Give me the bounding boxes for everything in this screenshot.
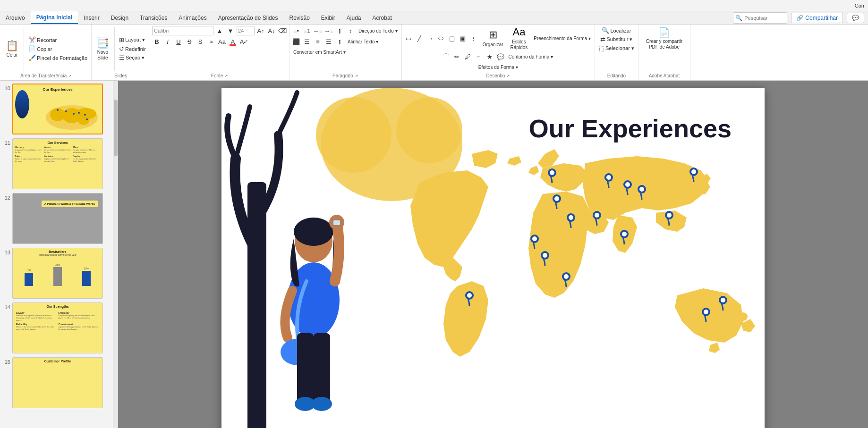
arc-btn[interactable]: ⌢: [474, 52, 484, 61]
decrease-font-btn[interactable]: A↓: [267, 26, 276, 35]
italic-button[interactable]: I: [163, 37, 172, 46]
svg-point-36: [554, 196, 559, 201]
font-name-input[interactable]: [152, 26, 213, 35]
font-color-btn[interactable]: A: [228, 37, 238, 46]
rect2-btn[interactable]: ▢: [447, 34, 457, 43]
font-size-input[interactable]: [237, 26, 255, 35]
bold-button[interactable]: B: [152, 37, 162, 46]
group-body-desenho: ▭ ╱ → ⬭ ▢ ▣ ⫶ ⊞ Organizar Aa EstilosRápi…: [404, 26, 593, 72]
svg-point-5: [57, 109, 59, 111]
reset-label: Redefinir: [125, 46, 146, 52]
underline-button[interactable]: U: [174, 37, 183, 46]
font-name-row: ▲ ▼ A↑ A↓ ⌫: [152, 26, 287, 35]
star-btn[interactable]: ★: [485, 52, 494, 61]
adobe-pdf-button[interactable]: 📄 Crear y compartirPDF de Adobe: [643, 26, 685, 50]
tab-design[interactable]: Design: [105, 11, 134, 24]
tab-inserir[interactable]: Inserir: [78, 11, 105, 24]
thumb14-grid: LoyaltySaturn is a gas planet joined by …: [15, 310, 101, 332]
cut-button[interactable]: ✂️ Recortar: [26, 35, 89, 44]
slide-panel-scrollbar[interactable]: [113, 81, 118, 428]
rnd-rect-btn[interactable]: ▣: [458, 34, 468, 43]
section-button[interactable]: ☰ Seção ▾: [117, 53, 148, 62]
decrease-indent-btn[interactable]: ←≡: [313, 26, 323, 35]
pencil-btn[interactable]: 🖊: [463, 52, 473, 61]
paste-button[interactable]: 📋 Colar: [3, 37, 21, 61]
copy-button[interactable]: 📄 Copiar: [26, 44, 89, 53]
outline-btn[interactable]: Contorno da Forma ▾: [507, 52, 555, 61]
slide-thumb-10[interactable]: 10 Our Experiences: [2, 83, 111, 135]
line-btn[interactable]: ╱: [415, 34, 424, 43]
more-shapes-btn[interactable]: ⫶: [469, 34, 478, 43]
increase-font-btn[interactable]: A↑: [256, 26, 265, 35]
slide-thumb-12[interactable]: 12 A Picture Is Worth a Thousand Words: [2, 192, 111, 245]
slide-thumb-15[interactable]: 15 Customer Profile: [2, 356, 111, 409]
ellipse-btn[interactable]: ⬭: [436, 34, 446, 43]
slide-thumb-13[interactable]: 13 Bestsellers Most downloaded activitie…: [2, 247, 111, 300]
col2-btn[interactable]: ⫿: [335, 37, 344, 46]
align-center-btn[interactable]: ☰: [302, 37, 312, 46]
comment-button[interactable]: 💬: [847, 13, 864, 23]
group-label-desenho: Desenho ↗: [404, 72, 593, 80]
select-button[interactable]: ⬚ Selecionar ▾: [597, 44, 636, 53]
group-editando: 🔍 Localizar ⇄ Substituir ▾ ⬚ Selecionar …: [595, 25, 638, 80]
slide-thumb-11[interactable]: 11 Our Services MercuryVenus is the seco…: [2, 137, 111, 190]
arrow-btn[interactable]: →: [425, 34, 435, 43]
svg-point-7: [73, 113, 75, 115]
svg-point-52: [704, 310, 708, 314]
case-button[interactable]: Aa: [217, 37, 227, 46]
layout-button[interactable]: ⊞ Layout ▾: [117, 35, 148, 44]
freeform-btn[interactable]: ✏: [452, 52, 462, 61]
tab-apresentacao[interactable]: Apresentação de Slides: [213, 11, 284, 24]
shadow-button[interactable]: S: [196, 37, 205, 46]
spacing-button[interactable]: ≈: [206, 37, 216, 46]
clear-format-btn[interactable]: ⌫: [278, 26, 287, 35]
smartart-btn[interactable]: Converter em SmartArt ▾: [291, 48, 348, 56]
numbering-btn[interactable]: ≡1: [302, 26, 312, 35]
arrange-btn[interactable]: ⊞ Organizar: [480, 26, 506, 50]
rect-btn[interactable]: ▭: [404, 34, 413, 43]
line-spacing-btn[interactable]: ↕: [346, 26, 355, 35]
fill-btn[interactable]: Preenchimento da Forma ▾: [532, 34, 593, 42]
align-left-btn[interactable]: ⬛: [291, 37, 301, 46]
align-right-btn[interactable]: ≡: [313, 37, 323, 46]
tab-transicoes[interactable]: Transições: [134, 11, 173, 24]
copy-icon: 📄: [28, 45, 36, 52]
styles-btn[interactable]: Aa EstilosRápidos: [508, 26, 531, 50]
tab-arquivo[interactable]: Arquivo: [0, 11, 31, 24]
find-icon: 🔍: [602, 27, 609, 34]
format-painter-button[interactable]: 🖌️ Pincel de Formatação: [26, 53, 89, 62]
thumb-img-13: Bestsellers Most downloaded activities t…: [12, 248, 103, 299]
find-button[interactable]: 🔍 Localizar: [600, 26, 633, 35]
tab-revisao[interactable]: Revisão: [283, 11, 315, 24]
tab-acrobat[interactable]: Acrobat: [367, 11, 398, 24]
col-btn[interactable]: ⫿: [335, 26, 344, 35]
slide-canvas[interactable]: Our Experiences: [221, 88, 765, 428]
callout-btn[interactable]: 💬: [496, 52, 505, 61]
replace-button[interactable]: ⇄ Substituir ▾: [598, 35, 634, 44]
tab-exibir[interactable]: Exibir: [315, 11, 341, 24]
search-input[interactable]: [742, 13, 785, 23]
new-slide-button[interactable]: 📑 NovoSlide: [94, 37, 112, 61]
strikethrough-button[interactable]: S: [185, 37, 194, 46]
thumb11-title: Our Services: [13, 139, 102, 144]
tab-pagina-inicial[interactable]: Página Inicial: [31, 11, 78, 24]
font-size-arrow-up[interactable]: ▲: [215, 26, 224, 35]
share-button[interactable]: 🔗 Compartilhar: [791, 13, 843, 23]
increase-indent-btn[interactable]: →≡: [324, 26, 333, 35]
effects-btn[interactable]: Efeitos de Forma ▾: [477, 63, 520, 71]
slide-thumb-14[interactable]: 14 Our Strengths LoyaltySaturn is a gas …: [2, 302, 111, 354]
curve-btn[interactable]: ⌒: [442, 52, 451, 61]
direction-btn[interactable]: Direção do Texto ▾: [357, 26, 400, 35]
thumb-img-10: Our Experiences: [12, 84, 103, 134]
highlight-btn[interactable]: A🖊: [239, 37, 248, 46]
group-adobe-acrobat: 📄 Crear y compartirPDF de Adobe Adobe Ac…: [638, 25, 690, 80]
tab-ajuda[interactable]: Ajuda: [341, 11, 367, 24]
reset-button[interactable]: ↺ Redefinir: [117, 44, 148, 53]
align-text-btn[interactable]: Alinhar Texto ▾: [346, 37, 380, 46]
svg-point-46: [639, 187, 644, 192]
tab-animacoes[interactable]: Animações: [173, 11, 212, 24]
scroll-thumb[interactable]: [114, 100, 118, 156]
justify-btn[interactable]: ☰: [324, 37, 333, 46]
bullets-btn[interactable]: ≡•: [291, 26, 301, 35]
font-size-arrow-down[interactable]: ▼: [226, 26, 235, 35]
